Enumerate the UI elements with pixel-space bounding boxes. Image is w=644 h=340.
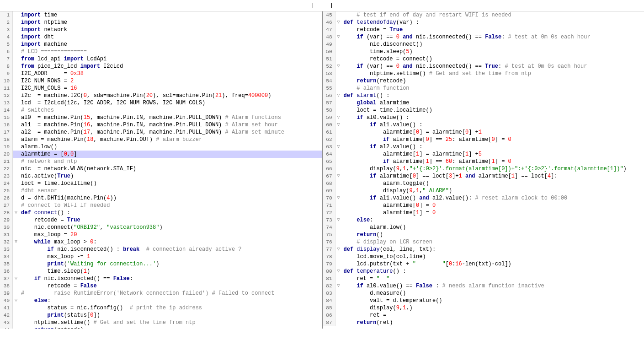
fold-gutter[interactable]: ▽ xyxy=(13,297,19,304)
table-row: 17al2 = machine.Pin(17, machine.Pin.IN, … xyxy=(0,129,322,136)
line-number: 69 xyxy=(323,187,335,194)
code-content: def display(col, line, txt): xyxy=(342,246,644,253)
code-content: nic.disconnect() xyxy=(342,41,644,48)
code-content: def alarmt() : xyxy=(342,92,644,99)
line-number: 25 xyxy=(0,187,13,194)
line-number: 27 xyxy=(0,202,13,209)
table-row: 62 if alarmtime[0] == 25: alarmtime[0] =… xyxy=(323,136,644,143)
line-number: 36 xyxy=(0,268,13,275)
line-number: 44 xyxy=(0,326,13,329)
fold-gutter[interactable]: ▽ xyxy=(335,268,342,275)
line-number: 41 xyxy=(0,304,13,312)
table-row: 67▽ if alarmtime[0] == loct[3]+1 and ala… xyxy=(323,173,644,180)
fold-gutter[interactable]: ▽ xyxy=(13,209,19,216)
page-title xyxy=(313,3,332,8)
table-row: 85 display(9,1,) xyxy=(323,304,644,312)
line-number: 35 xyxy=(0,260,13,268)
line-number: 48 xyxy=(323,33,335,41)
line-number: 37 xyxy=(0,275,13,282)
table-row: 73▽ else: xyxy=(323,216,644,224)
line-number: 83 xyxy=(323,290,335,297)
table-row: 43 ntptime.settime() # Get and set the t… xyxy=(0,319,322,326)
table-row: 42 print(status[0]) xyxy=(0,312,322,319)
fold-gutter[interactable]: ▽ xyxy=(335,246,342,253)
table-row: 34 max_loop -= 1 xyxy=(0,253,322,260)
code-content: def temperature() : xyxy=(342,268,644,275)
fold-gutter[interactable]: ▽ xyxy=(335,114,342,121)
code-content: alarm.low() xyxy=(342,224,644,231)
line-number: 79 xyxy=(323,260,335,268)
code-content: global alarmtime xyxy=(342,99,644,107)
line-number: 6 xyxy=(0,48,13,55)
line-number: 49 xyxy=(323,41,335,48)
table-row: 70▽ if al1.value() and al2.value(): # re… xyxy=(323,194,644,202)
code-content: ret = xyxy=(342,312,644,319)
table-row: 29 retcode = True xyxy=(0,216,322,224)
fold-gutter[interactable]: ▽ xyxy=(13,275,19,282)
table-row: 80▽def temperature() : xyxy=(323,268,644,275)
table-row: 81 ret = " " xyxy=(323,275,644,282)
table-row: 4import dht xyxy=(0,33,322,41)
line-number: 81 xyxy=(323,275,335,282)
code-content: al2 = machine.Pin(17, machine.Pin.IN, ma… xyxy=(19,129,322,136)
table-row: 48▽ if (var) == 0 and nic.isconnected() … xyxy=(323,33,644,41)
fold-gutter[interactable]: ▽ xyxy=(335,173,342,180)
code-content: nic = network.WLAN(network.STA_IF) xyxy=(19,165,322,173)
table-row: 30 nic.connect("ORBI92", "vastcartoon938… xyxy=(0,224,322,231)
code-content: alarmtime[1] = 0 xyxy=(342,209,644,216)
line-number: 58 xyxy=(323,107,335,114)
line-number: 19 xyxy=(0,143,13,151)
line-number: 47 xyxy=(323,26,335,33)
code-content: if alarmtime[1] == 60: alarmtime[1] = 0 xyxy=(342,158,644,165)
fold-gutter[interactable]: ▽ xyxy=(335,216,342,224)
code-content: I2C_NUM_COLS = 16 xyxy=(19,85,322,92)
fold-gutter[interactable]: ▽ xyxy=(335,121,342,129)
table-row: 76 # display on LCR screen xyxy=(323,238,644,246)
fold-gutter[interactable]: ▽ xyxy=(13,238,19,246)
fold-gutter[interactable]: ▽ xyxy=(335,19,342,26)
code-content: display(9,1,) xyxy=(342,304,644,312)
fold-gutter[interactable]: ▽ xyxy=(335,194,342,202)
code-content: if al0.value() : xyxy=(342,114,644,121)
fold-gutter[interactable]: ▽ xyxy=(335,33,342,41)
table-row: 61 alarmtime[0] = alarmtime[0] +1 xyxy=(323,129,644,136)
line-number: 5 xyxy=(0,41,13,48)
fold-gutter[interactable]: ▽ xyxy=(335,143,342,151)
table-row: 45 # test if end of day and restart WIFI… xyxy=(323,11,644,19)
table-row: 41 status = nic.ifconfig() # print the i… xyxy=(0,304,322,312)
table-row: 68 alarm.toggle() xyxy=(323,180,644,187)
table-row: 20alarmtime = [0,0] xyxy=(0,151,322,158)
left-code-pane[interactable]: 1import time2import ntptime3import netwo… xyxy=(0,11,323,329)
line-number: 75 xyxy=(323,231,335,238)
code-content: return() xyxy=(342,231,644,238)
fold-gutter[interactable]: ▽ xyxy=(335,92,342,99)
table-row: 8from pico_i2c_lcd import I2cLcd xyxy=(0,63,322,70)
code-content: ret = " " xyxy=(342,275,644,282)
code-content: retcode = True xyxy=(19,216,322,224)
fold-gutter[interactable]: ▽ xyxy=(335,63,342,70)
table-row: 26d = dht.DHT11(machine.Pin(4)) xyxy=(0,194,322,202)
table-row: 66 display(9,1,"+'{:0>2}'.format(alarmti… xyxy=(323,165,644,173)
code-content: lcd = I2cLcd(i2c, I2C_ADDR, I2C_NUM_ROWS… xyxy=(19,99,322,107)
table-row: 11I2C_NUM_COLS = 16 xyxy=(0,85,322,92)
table-row: 49 nic.disconnect() xyxy=(323,41,644,48)
line-number: 87 xyxy=(323,319,335,326)
right-code-pane[interactable]: 45 # test if end of day and restart WIFI… xyxy=(323,11,644,329)
code-content: if nic.isconnected() == False: xyxy=(19,275,322,282)
code-content: al0 = machine.Pin(15, machine.Pin.IN, ma… xyxy=(19,114,322,121)
code-content: return(retcode) xyxy=(19,326,322,329)
line-number: 1 xyxy=(0,11,13,19)
line-number: 84 xyxy=(323,297,335,304)
line-number: 8 xyxy=(0,63,13,70)
line-number: 24 xyxy=(0,180,13,187)
line-number: 50 xyxy=(323,48,335,55)
table-row: 7from lcd_api import LcdApi xyxy=(0,55,322,63)
code-content: if nic.isconnected() : break # connectio… xyxy=(19,246,322,253)
fold-gutter[interactable]: ▽ xyxy=(335,282,342,290)
line-number: 65 xyxy=(323,158,335,165)
line-number: 4 xyxy=(0,33,13,41)
code-content: alarm.low() xyxy=(19,143,322,151)
line-number: 86 xyxy=(323,312,335,319)
line-number: 72 xyxy=(323,209,335,216)
code-content: time.sleep(1) xyxy=(19,268,322,275)
